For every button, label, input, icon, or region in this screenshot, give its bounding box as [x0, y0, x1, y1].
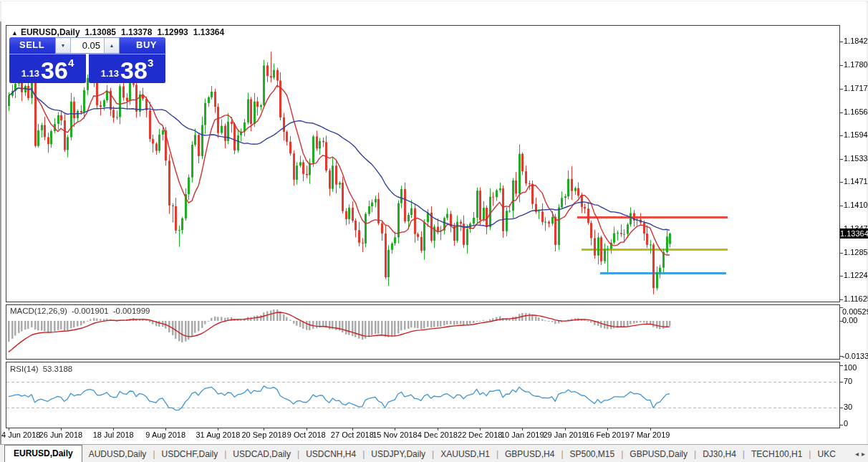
current-price-badge: 1.13364	[840, 228, 868, 239]
date-axis-label: 10 Jan 2019	[501, 430, 544, 439]
chart-tab-bar: EURUSD,DailyAUDUSD,Daily|USDCHF,Daily|US…	[0, 444, 868, 462]
date-axis-label: 29 Jan 2019	[543, 430, 587, 439]
date-axis-label: 18 Jul 2018	[93, 430, 134, 439]
sell-price-panel[interactable]: 1.13 36 4	[9, 54, 86, 83]
buy-price-panel[interactable]: 1.13 38 3	[89, 54, 165, 83]
rsi-name: RSI(14)	[10, 365, 39, 373]
price-axis-label: 1.14100	[844, 201, 868, 209]
chart-tab-dj30-h4[interactable]: DJ30,H4	[696, 446, 743, 462]
date-axis-label: 9 Oct 2018	[287, 430, 326, 439]
ohlc-open: 1.13085	[85, 27, 116, 37]
macd-axis-label: 0.005292	[842, 307, 868, 316]
tab-scroll-buttons: ◂ ▸	[841, 445, 868, 462]
buy-price-small: 1.13	[101, 68, 119, 79]
volume-up-button[interactable]: ▲	[104, 38, 119, 53]
date-axis-label: 4 Jun 2018	[1, 430, 40, 439]
chart-tab-usdcnh-h4[interactable]: USDCNH,H4	[299, 446, 362, 462]
chart-tab-xauusd-h1[interactable]: XAUUSD,H1	[434, 446, 496, 462]
rsi-value: 53.3188	[43, 365, 73, 373]
macd-axis-label: 0.00	[842, 316, 857, 324]
chart-tab-gbpusd-h4[interactable]: GBPUSD,H4	[498, 446, 561, 462]
ohlc-high: 1.13378	[121, 27, 152, 37]
chart-tab-tech100-h1[interactable]: TECH100,H1	[745, 446, 809, 462]
buy-price-sup: 3	[148, 57, 153, 69]
date-axis-label: 20 Sep 2018	[241, 430, 286, 439]
date-axis-label: 26 Jun 2018	[39, 430, 83, 439]
collapse-panel-icon[interactable]: ▲	[11, 29, 18, 37]
date-axis-label: 4 Dec 2018	[418, 430, 458, 439]
date-axis-label: 15 Nov 2018	[372, 430, 417, 439]
buy-button-label: BUY	[136, 39, 157, 50]
date-axis-label: 31 Aug 2018	[196, 430, 240, 439]
rsi-axis-label: 100	[844, 363, 857, 372]
date-axis-label: 9 Aug 2018	[145, 430, 185, 439]
volume-down-button[interactable]: ▼	[56, 38, 71, 53]
macd-indicator-label: MACD(12,26,9)-0.001901-0.001999	[10, 307, 154, 315]
ohlc-close: 1.13364	[193, 27, 224, 37]
rsi-axis-label: 30	[844, 403, 852, 411]
chart-tab-audusd-daily[interactable]: AUDUSD,Daily	[82, 446, 153, 462]
chart-tab-gbpusd-daily[interactable]: GBPUSD,Daily	[623, 446, 694, 462]
sell-price-big: 36	[41, 57, 68, 83]
trading-app: 15M30H1H4D1W1MN ▲EURUSD,Daily1.130851.13…	[0, 0, 868, 462]
macd-axis-label: -0.013317	[842, 352, 868, 360]
sell-button-label: SELL	[19, 39, 44, 50]
buy-price-big: 38	[120, 57, 148, 83]
tab-scroll-left-icon[interactable]: ◂	[855, 450, 859, 458]
volume-stepper: ▼ 0.05 ▲	[55, 37, 120, 54]
ohlc-low: 1.12993	[157, 27, 188, 37]
chart-tab-usdchf-daily[interactable]: USDCHF,Daily	[155, 446, 225, 462]
chart-title: ▲EURUSD,Daily1.130851.133781.129931.1336…	[11, 27, 229, 37]
macd-value-1: -0.001901	[72, 307, 109, 315]
chart-tab-sp500-m15[interactable]: SP500,M15	[564, 446, 622, 462]
sell-price-small: 1.13	[21, 68, 39, 79]
date-axis-label: 22 Dec 2018	[458, 430, 502, 439]
price-axis-label: 1.15330	[844, 154, 868, 163]
chart-symbol-label: EURUSD,Daily	[21, 27, 80, 37]
one-click-trading-panel: SELL 1.13 36 4 BUY 1.13 38 3 ▼ 0.05	[9, 37, 165, 83]
rsi-axis-label: 0	[844, 419, 848, 428]
chart-tab-eurusd-daily[interactable]: EURUSD,Daily	[4, 445, 82, 462]
chart-tab-usdcad-daily[interactable]: USDCAD,Daily	[226, 446, 297, 462]
price-axis-label: 1.16560	[844, 107, 868, 116]
price-axis-label: 1.15945	[844, 130, 868, 139]
rsi-indicator-label: RSI(14)53.3188	[10, 365, 77, 373]
rsi-axis-label: 70	[844, 377, 852, 385]
macd-name: MACD(12,26,9)	[10, 307, 67, 315]
price-axis-label: 1.17805	[844, 60, 868, 69]
chart-tab-usdjpy-daily[interactable]: USDJPY,Daily	[365, 446, 432, 462]
price-axis-label: 1.18420	[844, 37, 868, 45]
chart-tab-ukc[interactable]: UKC	[811, 446, 842, 462]
tab-scroll-right-icon[interactable]: ▸	[862, 450, 865, 458]
chevron-down-icon: ▼	[61, 43, 66, 48]
price-axis-label: 1.12240	[844, 271, 868, 279]
date-axis-label: 7 Mar 2019	[630, 430, 670, 439]
chevron-up-icon: ▲	[110, 43, 115, 48]
volume-field[interactable]: 0.05	[71, 38, 104, 53]
date-axis-label: 16 Feb 2019	[585, 430, 630, 439]
macd-value-2: -0.001999	[113, 307, 150, 315]
price-axis-label: 1.17175	[844, 84, 868, 92]
date-axis-label: 27 Oct 2018	[331, 430, 374, 439]
price-axis-label: 1.12855	[844, 248, 868, 256]
price-axis-label: 1.14715	[844, 177, 868, 186]
price-axis-label: 1.11625	[844, 294, 868, 303]
sell-price-sup: 4	[68, 57, 74, 69]
